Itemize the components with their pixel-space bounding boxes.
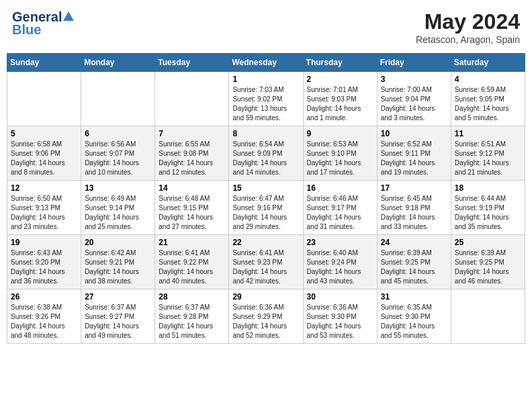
day-info: Sunrise: 6:51 AMSunset: 9:12 PMDaylight:…: [455, 140, 521, 177]
days-header-row: SundayMondayTuesdayWednesdayThursdayFrid…: [7, 54, 525, 72]
day-cell: 22Sunrise: 6:41 AMSunset: 9:23 PMDayligh…: [229, 235, 303, 289]
logo-triangle-icon: [63, 11, 74, 25]
day-cell: 20Sunrise: 6:42 AMSunset: 9:21 PMDayligh…: [81, 235, 155, 289]
day-cell: 29Sunrise: 6:36 AMSunset: 9:29 PMDayligh…: [229, 289, 303, 344]
day-number: 16: [307, 183, 373, 193]
day-header-sunday: Sunday: [7, 54, 81, 72]
day-number: 13: [85, 183, 151, 193]
day-info: Sunrise: 6:46 AMSunset: 9:17 PMDaylight:…: [307, 194, 373, 232]
week-row-4: 19Sunrise: 6:43 AMSunset: 9:20 PMDayligh…: [7, 235, 525, 289]
day-header-friday: Friday: [377, 54, 451, 72]
day-info: Sunrise: 6:36 AMSunset: 9:29 PMDaylight:…: [232, 303, 299, 340]
day-cell: 14Sunrise: 6:48 AMSunset: 9:15 PMDayligh…: [155, 181, 229, 235]
title-section: May 2024 Retascon, Aragon, Spain: [416, 9, 520, 45]
day-cell: 23Sunrise: 6:40 AMSunset: 9:24 PMDayligh…: [303, 235, 377, 289]
day-cell: 28Sunrise: 6:37 AMSunset: 9:28 PMDayligh…: [155, 289, 229, 344]
day-cell: 25Sunrise: 6:39 AMSunset: 9:25 PMDayligh…: [451, 235, 525, 289]
day-info: Sunrise: 6:36 AMSunset: 9:30 PMDaylight:…: [307, 303, 373, 340]
day-header-wednesday: Wednesday: [229, 54, 303, 72]
day-cell: 3Sunrise: 7:00 AMSunset: 9:04 PMDaylight…: [377, 72, 451, 126]
day-header-saturday: Saturday: [451, 54, 525, 72]
day-number: 5: [11, 129, 77, 138]
day-cell: 17Sunrise: 6:45 AMSunset: 9:18 PMDayligh…: [377, 181, 451, 235]
day-number: 22: [232, 238, 299, 247]
day-info: Sunrise: 6:38 AMSunset: 9:26 PMDaylight:…: [11, 303, 77, 340]
day-cell: 31Sunrise: 6:35 AMSunset: 9:30 PMDayligh…: [377, 289, 451, 344]
day-number: 8: [232, 129, 299, 138]
day-cell: 9Sunrise: 6:53 AMSunset: 9:10 PMDaylight…: [303, 126, 377, 181]
page-header: General Blue May 2024 Retascon, Aragon, …: [7, 7, 525, 48]
day-cell: 27Sunrise: 6:37 AMSunset: 9:27 PMDayligh…: [81, 289, 155, 344]
day-number: 3: [381, 75, 447, 84]
day-cell: 10Sunrise: 6:52 AMSunset: 9:11 PMDayligh…: [377, 126, 451, 181]
day-cell: 13Sunrise: 6:49 AMSunset: 9:14 PMDayligh…: [81, 181, 155, 235]
day-info: Sunrise: 6:55 AMSunset: 9:08 PMDaylight:…: [159, 140, 225, 177]
day-info: Sunrise: 6:47 AMSunset: 9:16 PMDaylight:…: [232, 194, 299, 232]
day-number: 10: [381, 129, 447, 138]
day-info: Sunrise: 6:45 AMSunset: 9:18 PMDaylight:…: [381, 194, 447, 232]
day-cell: [155, 72, 229, 126]
day-number: 11: [455, 129, 521, 138]
day-info: Sunrise: 6:35 AMSunset: 9:30 PMDaylight:…: [381, 303, 447, 340]
day-info: Sunrise: 6:53 AMSunset: 9:10 PMDaylight:…: [307, 140, 373, 177]
day-number: 1: [232, 75, 299, 84]
day-info: Sunrise: 7:00 AMSunset: 9:04 PMDaylight:…: [381, 85, 447, 123]
day-cell: 2Sunrise: 7:01 AMSunset: 9:03 PMDaylight…: [303, 72, 377, 126]
svg-marker-0: [63, 11, 74, 21]
day-cell: 5Sunrise: 6:58 AMSunset: 9:06 PMDaylight…: [7, 126, 81, 181]
day-cell: 12Sunrise: 6:50 AMSunset: 9:13 PMDayligh…: [7, 181, 81, 235]
day-header-thursday: Thursday: [303, 54, 377, 72]
week-row-3: 12Sunrise: 6:50 AMSunset: 9:13 PMDayligh…: [7, 181, 525, 235]
day-number: 15: [232, 183, 299, 193]
day-info: Sunrise: 6:39 AMSunset: 9:25 PMDaylight:…: [381, 248, 447, 286]
week-row-1: 1Sunrise: 7:03 AMSunset: 9:02 PMDaylight…: [7, 72, 525, 126]
day-number: 19: [11, 238, 77, 247]
week-row-5: 26Sunrise: 6:38 AMSunset: 9:26 PMDayligh…: [7, 289, 525, 344]
day-info: Sunrise: 6:54 AMSunset: 9:09 PMDaylight:…: [232, 140, 299, 177]
day-cell: 16Sunrise: 6:46 AMSunset: 9:17 PMDayligh…: [303, 181, 377, 235]
day-number: 24: [381, 238, 447, 247]
day-cell: 11Sunrise: 6:51 AMSunset: 9:12 PMDayligh…: [451, 126, 525, 181]
day-info: Sunrise: 6:41 AMSunset: 9:23 PMDaylight:…: [232, 248, 299, 286]
day-cell: [7, 72, 81, 126]
day-info: Sunrise: 6:40 AMSunset: 9:24 PMDaylight:…: [307, 248, 373, 286]
day-info: Sunrise: 6:43 AMSunset: 9:20 PMDaylight:…: [11, 248, 77, 286]
day-cell: 19Sunrise: 6:43 AMSunset: 9:20 PMDayligh…: [7, 235, 81, 289]
day-number: 17: [381, 183, 447, 193]
location: Retascon, Aragon, Spain: [416, 34, 520, 45]
day-number: 6: [85, 129, 151, 138]
day-number: 26: [11, 292, 77, 302]
day-cell: 1Sunrise: 7:03 AMSunset: 9:02 PMDaylight…: [229, 72, 303, 126]
day-info: Sunrise: 7:01 AMSunset: 9:03 PMDaylight:…: [307, 85, 373, 123]
calendar-table: SundayMondayTuesdayWednesdayThursdayFrid…: [7, 53, 525, 344]
day-number: 29: [232, 292, 299, 302]
day-number: 25: [455, 238, 521, 247]
logo-blue-text: Blue: [12, 22, 41, 38]
day-number: 28: [159, 292, 225, 302]
day-number: 4: [455, 75, 521, 84]
day-number: 30: [307, 292, 373, 302]
day-info: Sunrise: 6:39 AMSunset: 9:25 PMDaylight:…: [455, 248, 521, 286]
day-number: 14: [159, 183, 225, 193]
day-cell: [81, 72, 155, 126]
day-header-tuesday: Tuesday: [155, 54, 229, 72]
day-number: 27: [85, 292, 151, 302]
day-info: Sunrise: 6:58 AMSunset: 9:06 PMDaylight:…: [11, 140, 77, 177]
day-info: Sunrise: 6:41 AMSunset: 9:22 PMDaylight:…: [159, 248, 225, 286]
day-info: Sunrise: 6:49 AMSunset: 9:14 PMDaylight:…: [85, 194, 151, 232]
day-number: 21: [159, 238, 225, 247]
day-cell: 24Sunrise: 6:39 AMSunset: 9:25 PMDayligh…: [377, 235, 451, 289]
day-info: Sunrise: 6:52 AMSunset: 9:11 PMDaylight:…: [381, 140, 447, 177]
day-header-monday: Monday: [81, 54, 155, 72]
month-title: May 2024: [416, 9, 520, 34]
week-row-2: 5Sunrise: 6:58 AMSunset: 9:06 PMDaylight…: [7, 126, 525, 181]
day-info: Sunrise: 6:37 AMSunset: 9:27 PMDaylight:…: [85, 303, 151, 340]
day-info: Sunrise: 6:56 AMSunset: 9:07 PMDaylight:…: [85, 140, 151, 177]
day-number: 9: [307, 129, 373, 138]
day-number: 2: [307, 75, 373, 84]
day-info: Sunrise: 6:42 AMSunset: 9:21 PMDaylight:…: [85, 248, 151, 286]
day-info: Sunrise: 6:59 AMSunset: 9:05 PMDaylight:…: [455, 85, 521, 123]
day-number: 7: [159, 129, 225, 138]
day-cell: 4Sunrise: 6:59 AMSunset: 9:05 PMDaylight…: [451, 72, 525, 126]
day-info: Sunrise: 6:44 AMSunset: 9:19 PMDaylight:…: [455, 194, 521, 232]
